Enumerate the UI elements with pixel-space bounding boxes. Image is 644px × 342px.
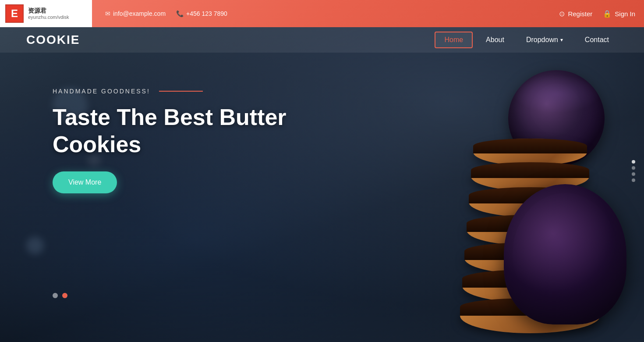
nav-contact[interactable]: Contact	[576, 32, 618, 47]
slide-dot-2[interactable]	[62, 293, 67, 298]
view-more-button[interactable]: View More	[53, 171, 117, 193]
email-text: info@example.com	[113, 10, 166, 17]
logo-main-text: 资源君	[28, 7, 69, 14]
register-icon: ⊙	[559, 10, 565, 18]
logo-icon: E	[5, 4, 24, 23]
berry-bottom	[504, 184, 626, 324]
hero-content: HANDMADE GOODNESS! Taste The Best Butter…	[53, 88, 315, 193]
scroll-indicator	[632, 160, 635, 182]
hero-subtitle-row: HANDMADE GOODNESS!	[53, 88, 315, 95]
hero-section: E 资源君 eyunzhu.com/vdisk ✉ info@example.c…	[0, 0, 644, 342]
scroll-dot-1	[632, 166, 635, 170]
logo-box: E 资源君 eyunzhu.com/vdisk	[0, 0, 92, 27]
navbar: COOKIE Home About Dropdown ▾ Contact	[0, 27, 644, 53]
signin-icon: 🔒	[603, 10, 612, 18]
nav-about[interactable]: About	[477, 32, 513, 47]
nav-links: Home About Dropdown ▾ Contact	[435, 32, 618, 48]
dropdown-arrow-icon: ▾	[560, 37, 563, 43]
logo-letter: E	[11, 7, 18, 20]
topbar-right: ⊙ Register 🔒 Sign In	[559, 10, 635, 18]
nav-dropdown[interactable]: Dropdown ▾	[517, 32, 572, 47]
signin-link[interactable]: 🔒 Sign In	[603, 10, 635, 18]
phone-text: +456 123 7890	[186, 10, 227, 17]
hero-subtitle-text: HANDMADE GOODNESS!	[53, 88, 150, 95]
cookie-layer-7	[473, 139, 587, 166]
hero-subtitle-line	[159, 91, 203, 92]
phone-icon: 📞	[176, 10, 184, 17]
hero-title: Taste The Best Butter Cookies	[53, 103, 315, 158]
topbar: E 资源君 eyunzhu.com/vdisk ✉ info@example.c…	[0, 0, 644, 27]
contact-phone: 📞 +456 123 7890	[176, 10, 227, 17]
topbar-left: E 资源君 eyunzhu.com/vdisk ✉ info@example.c…	[0, 0, 227, 27]
register-link[interactable]: ⊙ Register	[559, 10, 592, 18]
scroll-dot-2	[632, 172, 635, 176]
dropdown-label: Dropdown	[526, 36, 558, 44]
email-icon: ✉	[105, 10, 110, 17]
cookies-visual	[337, 26, 644, 342]
contact-email: ✉ info@example.com	[105, 10, 166, 17]
register-label: Register	[568, 10, 592, 18]
scroll-dot-active	[632, 160, 635, 164]
brand-name: COOKIE	[26, 33, 80, 47]
nav-home[interactable]: Home	[435, 32, 473, 48]
slide-indicators	[53, 293, 67, 298]
logo-text: 资源君 eyunzhu.com/vdisk	[28, 7, 69, 20]
contact-info: ✉ info@example.com 📞 +456 123 7890	[105, 10, 227, 17]
logo-sub-text: eyunzhu.com/vdisk	[28, 14, 69, 20]
bokeh-light-2	[26, 237, 44, 254]
scroll-dot-3	[632, 178, 635, 182]
slide-dot-1[interactable]	[53, 293, 58, 298]
signin-label: Sign In	[615, 10, 635, 18]
